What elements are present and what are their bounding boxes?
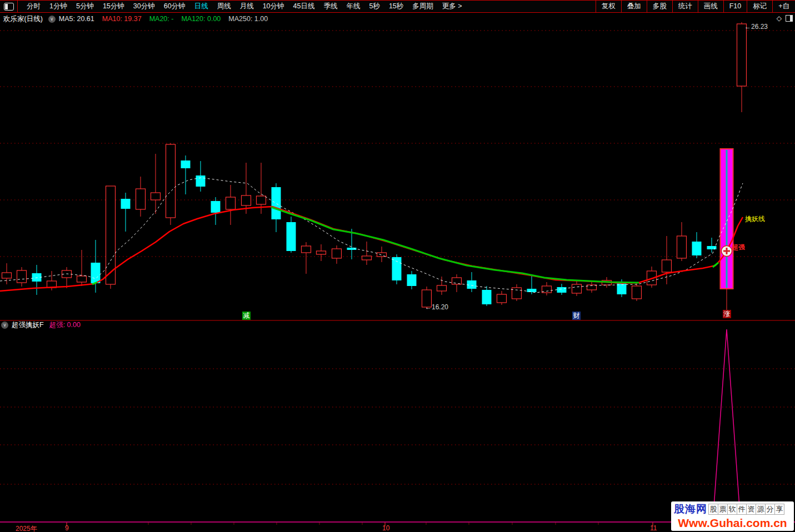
- candle-down: [211, 201, 221, 213]
- watermark-site-name: 股海网: [674, 502, 707, 516]
- candle-up: [662, 260, 672, 272]
- tool-item-7[interactable]: 标记: [747, 1, 772, 12]
- ma-green-line: [271, 207, 639, 283]
- yaoline-label: 擒妖线: [745, 214, 765, 224]
- diamond-icon[interactable]: ◇: [777, 14, 782, 22]
- info-bar: 欢乐家(日线) ∨ MA5: 20.61 MA10: 19.37 MA20: -…: [0, 13, 795, 24]
- app-window: { "colors": { "up_candle": "#ff3232", "d…: [0, 0, 795, 532]
- super-strong-signal-label: 超强: [732, 243, 745, 252]
- tools-menu: 复权叠加多股统计画线F10标记+自: [596, 1, 795, 12]
- candle-up: [512, 288, 522, 299]
- indicator-header: ∨ 超强擒妖F 超强: 0.00: [1, 321, 81, 329]
- candle-down: [287, 222, 296, 251]
- menu-separator: [17, 1, 18, 12]
- candle-down: [527, 289, 537, 292]
- menu-item-1[interactable]: 分时: [22, 2, 45, 11]
- badge-cai: 财: [572, 312, 581, 320]
- chevron-down-icon[interactable]: ∨: [48, 16, 56, 23]
- menu-item-2[interactable]: 1分钟: [45, 2, 72, 11]
- candle-up: [362, 256, 372, 260]
- candle-down: [272, 187, 281, 219]
- stock-title: 欢乐家(日线): [3, 14, 43, 24]
- watermark-tagline: 股票软件资源分享: [709, 504, 784, 515]
- menu-item-10[interactable]: 10分钟: [258, 2, 289, 11]
- menu-item-17[interactable]: 更多 >: [438, 2, 467, 11]
- watermark-tagline-char: 享: [774, 504, 784, 515]
- menu-item-11[interactable]: 45日线: [289, 2, 319, 11]
- candle-up: [242, 195, 251, 205]
- candle-up: [452, 278, 462, 284]
- axis-month-9: 9: [65, 524, 69, 532]
- candle-up: [151, 193, 161, 200]
- candle-up: [572, 284, 582, 293]
- candle-up: [677, 236, 687, 258]
- watermark-tagline-char: 件: [737, 504, 747, 515]
- watermark-tagline-char: 票: [718, 504, 728, 515]
- chevron-down-icon[interactable]: ∨: [1, 322, 8, 329]
- tool-item-1[interactable]: 复权: [596, 1, 621, 12]
- menu-item-15[interactable]: 15秒: [384, 2, 408, 11]
- candle-up: [302, 246, 311, 253]
- menu-item-3[interactable]: 5分钟: [72, 2, 98, 11]
- candle-down: [557, 287, 567, 293]
- candle-up: [632, 286, 642, 299]
- menu-item-14[interactable]: 5秒: [364, 2, 384, 11]
- menu-item-6[interactable]: 60分钟: [159, 2, 190, 11]
- watermark-tagline-char: 资: [746, 504, 756, 515]
- menu-item-12[interactable]: 季线: [319, 2, 342, 11]
- watermark: 股海网 股票软件资源分享 Www.Guhai.com.cn: [671, 501, 794, 531]
- candle-down: [181, 160, 191, 168]
- tool-item-3[interactable]: 多股: [647, 1, 672, 12]
- candle-down: [392, 257, 402, 280]
- menu-item-5[interactable]: 30分钟: [129, 2, 159, 11]
- axis-year-label: 2025年: [16, 524, 37, 532]
- menu-item-4[interactable]: 15分钟: [98, 2, 129, 11]
- tool-item-6[interactable]: F10: [723, 1, 747, 12]
- menu-item-8[interactable]: 周线: [213, 2, 236, 11]
- candle-up: [317, 251, 326, 254]
- candle-up: [136, 189, 146, 209]
- panel-corner-icons: ◇: [777, 14, 793, 22]
- low-price-label: ←16.20: [425, 303, 448, 311]
- candle-up: [77, 276, 87, 282]
- layout-toggle-icon[interactable]: [4, 3, 14, 11]
- watermark-tagline-char: 源: [756, 504, 766, 515]
- tool-item-2[interactable]: 叠加: [621, 1, 647, 12]
- candle-down: [91, 263, 101, 283]
- badge-jian: 减: [242, 312, 251, 320]
- axis-month-11: 11: [650, 524, 657, 532]
- candle-down: [121, 199, 131, 209]
- watermark-tagline-char: 股: [708, 504, 718, 515]
- candle-down: [692, 242, 702, 255]
- indicator-spike-triangle: [713, 329, 741, 522]
- ma250-value: MA250: 1.00: [228, 15, 268, 23]
- candle-down: [407, 274, 417, 286]
- menu-item-13[interactable]: 年线: [342, 2, 364, 11]
- candle-up: [2, 273, 12, 278]
- candlestick-chart-canvas[interactable]: [0, 0, 795, 532]
- candle-down: [482, 290, 492, 304]
- tool-item-8[interactable]: +自: [772, 1, 795, 12]
- candle-down: [467, 280, 477, 289]
- candle-up: [737, 24, 747, 86]
- tool-item-5[interactable]: 画线: [698, 1, 723, 12]
- menu-item-9[interactable]: 月线: [236, 2, 258, 11]
- menu-item-7[interactable]: 日线: [190, 2, 213, 11]
- watermark-url: Www.Guhai.com.cn: [672, 516, 793, 529]
- watermark-tagline-char: 软: [727, 504, 737, 515]
- axis-month-10: 10: [382, 524, 389, 532]
- split-window-icon[interactable]: [786, 15, 793, 22]
- ma5-value: MA5: 20.61: [59, 15, 94, 23]
- ma10-value: MA10: 19.37: [102, 15, 142, 23]
- watermark-tagline-char: 分: [765, 504, 775, 515]
- menu-item-16[interactable]: 多周期: [408, 2, 438, 11]
- arrow-left-icon: ←: [425, 303, 432, 311]
- candle-up: [226, 197, 236, 209]
- indicator-value: 超强: 0.00: [49, 320, 81, 330]
- candle-up: [166, 144, 176, 218]
- top-menu-bar: 分时1分钟5分钟15分钟30分钟60分钟日线周线月线10分钟45日线季线年线5秒…: [0, 0, 795, 13]
- indicator-title[interactable]: 超强擒妖F: [12, 320, 44, 330]
- candle-up: [17, 270, 27, 283]
- tool-item-4[interactable]: 统计: [672, 1, 698, 12]
- ma120-value: MA120: 0.00: [181, 15, 221, 23]
